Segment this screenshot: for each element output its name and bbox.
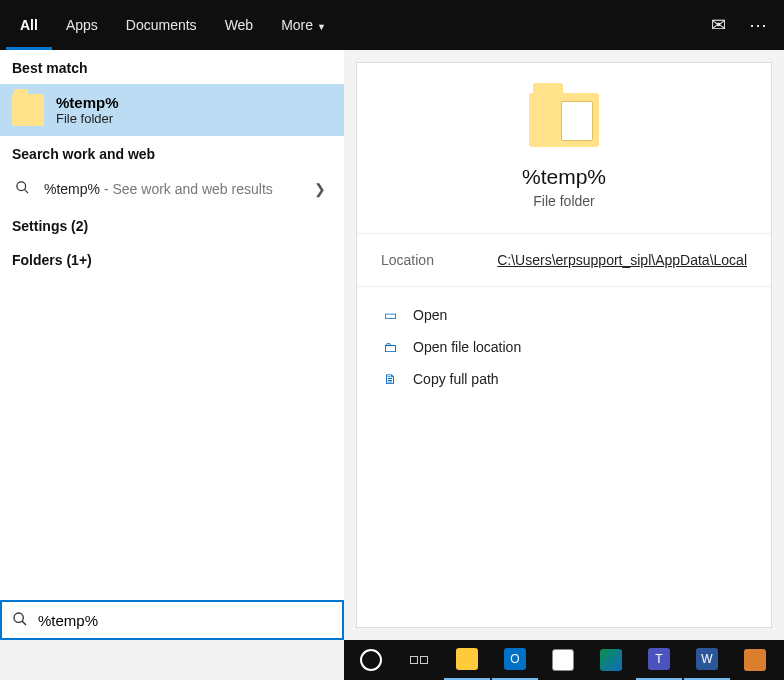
caret-down-icon: ▼ [317, 22, 326, 32]
preview-actions: ▭ Open 🗀 Open file location 🗎 Copy full … [357, 286, 771, 407]
more-options-icon[interactable]: ⋯ [738, 14, 778, 36]
tab-more[interactable]: More▼ [267, 0, 340, 50]
tab-all[interactable]: All [6, 0, 52, 50]
open-icon: ▭ [381, 307, 399, 323]
tab-more-label: More [281, 17, 313, 33]
taskbar-word[interactable]: W [684, 640, 730, 680]
svg-line-1 [24, 189, 28, 193]
tab-documents[interactable]: Documents [112, 0, 211, 50]
taskbar-edge[interactable] [588, 640, 634, 680]
search-icon [12, 180, 32, 198]
edge-icon [600, 649, 622, 671]
app-icon [744, 649, 766, 671]
taskbar-outlook[interactable]: O [492, 640, 538, 680]
section-best-match: Best match [0, 50, 344, 84]
search-filter-tabs: All Apps Documents Web More▼ ✉ ⋯ [0, 0, 784, 50]
results-list: Best match %temp% File folder Search wor… [0, 50, 344, 640]
svg-point-0 [16, 182, 25, 191]
tab-apps[interactable]: Apps [52, 0, 112, 50]
section-folders[interactable]: Folders (1+) [0, 242, 344, 276]
taskbar-teams[interactable]: T [636, 640, 682, 680]
action-open[interactable]: ▭ Open [369, 299, 759, 331]
taskview-icon [410, 656, 428, 664]
preview-subtitle: File folder [357, 193, 771, 209]
search-input[interactable] [38, 612, 332, 629]
tab-web[interactable]: Web [211, 0, 268, 50]
search-icon [12, 611, 28, 630]
taskbar-taskview[interactable] [396, 640, 442, 680]
web-search-result[interactable]: %temp% - See work and web results ❯ [0, 170, 344, 208]
section-search-web: Search work and web [0, 136, 344, 170]
location-value[interactable]: C:\Users\erpsupport_sipl\AppData\Local [497, 252, 747, 268]
search-box[interactable] [0, 600, 344, 640]
action-open-label: Open [413, 307, 447, 323]
taskbar-cortana[interactable] [348, 640, 394, 680]
cortana-icon [360, 649, 382, 671]
taskbar: O ◉ T W [344, 640, 784, 680]
feedback-icon[interactable]: ✉ [698, 14, 738, 36]
preview-location-row: Location C:\Users\erpsupport_sipl\AppDat… [357, 233, 771, 286]
section-settings[interactable]: Settings (2) [0, 208, 344, 242]
teams-icon: T [648, 648, 670, 670]
best-match-title: %temp% [56, 94, 119, 111]
preview-card: %temp% File folder Location C:\Users\erp… [356, 62, 772, 628]
search-results-area: Best match %temp% File folder Search wor… [0, 50, 784, 640]
location-label: Location [381, 252, 434, 268]
svg-point-2 [14, 613, 23, 622]
best-match-result[interactable]: %temp% File folder [0, 84, 344, 136]
action-copy-path-label: Copy full path [413, 371, 499, 387]
action-open-file-location[interactable]: 🗀 Open file location [369, 331, 759, 363]
outlook-icon: O [504, 648, 526, 670]
copy-icon: 🗎 [381, 371, 399, 387]
best-match-subtitle: File folder [56, 111, 119, 126]
open-location-icon: 🗀 [381, 339, 399, 355]
preview-pane: %temp% File folder Location C:\Users\erp… [344, 50, 784, 640]
action-copy-full-path[interactable]: 🗎 Copy full path [369, 363, 759, 395]
web-result-query: %temp% [44, 181, 100, 197]
file-explorer-icon [456, 648, 478, 670]
svg-line-3 [22, 621, 26, 625]
chevron-right-icon: ❯ [314, 181, 332, 197]
web-result-hint: - See work and web results [100, 181, 273, 197]
folder-large-icon [529, 93, 599, 147]
preview-title: %temp% [357, 165, 771, 189]
chrome-icon: ◉ [552, 649, 574, 671]
taskbar-chrome[interactable]: ◉ [540, 640, 586, 680]
folder-icon [12, 94, 44, 126]
word-icon: W [696, 648, 718, 670]
taskbar-app[interactable] [732, 640, 778, 680]
action-open-loc-label: Open file location [413, 339, 521, 355]
taskbar-file-explorer[interactable] [444, 640, 490, 680]
